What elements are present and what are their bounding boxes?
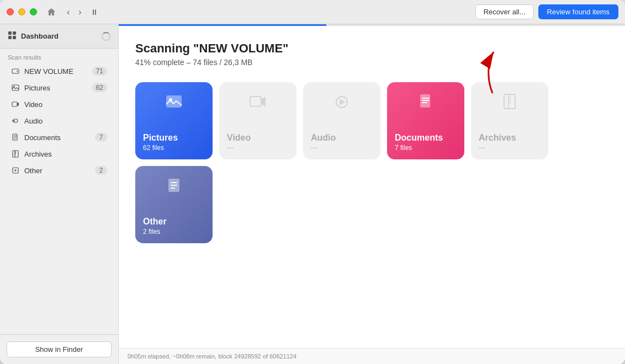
card-name-audio: Audio — [311, 132, 336, 143]
sidebar-item-new-volume[interactable]: NEW VOLUME 71 — [3, 63, 115, 79]
svg-rect-17 — [420, 94, 430, 108]
pictures-icon — [11, 83, 20, 92]
status-bar: 0h05m elapsed, ~0h08m remain, block 2492… — [119, 348, 625, 364]
main-layout: Dashboard Scan results NEW VOLUME 71 — [0, 24, 625, 364]
card-pictures[interactable]: Pictures 62 files — [135, 82, 213, 159]
sidebar-count-other: 2 — [95, 166, 107, 175]
documents-icon — [11, 133, 20, 142]
sidebar: Dashboard Scan results NEW VOLUME 71 — [0, 24, 119, 364]
sidebar-label-archives: Archives — [24, 150, 107, 158]
sidebar-label-pictures: Pictures — [24, 84, 92, 92]
scan-title: Scanning "NEW VOLUME" — [135, 41, 608, 56]
other-icon — [11, 166, 20, 175]
sidebar-item-documents[interactable]: Documents 7 — [3, 130, 115, 145]
review-found-button[interactable]: Review found items — [538, 4, 618, 19]
svg-rect-8 — [12, 102, 17, 106]
svg-rect-15 — [250, 97, 261, 106]
audio-card-icon — [333, 93, 351, 115]
traffic-lights — [7, 8, 37, 15]
app-window: ‹ › ⏸ Recover all... Review found items — [0, 0, 625, 364]
sidebar-count-pictures: 62 — [92, 83, 107, 92]
audio-icon — [11, 116, 20, 125]
maximize-button[interactable] — [30, 8, 37, 15]
svg-rect-4 — [12, 69, 19, 73]
sidebar-item-other[interactable]: Other 2 — [3, 163, 115, 178]
archives-icon — [11, 149, 20, 158]
svg-rect-3 — [13, 36, 16, 39]
toolbar-right: Recover all... Review found items — [475, 4, 618, 19]
pictures-card-icon — [165, 93, 183, 115]
minimize-button[interactable] — [18, 8, 25, 15]
sidebar-count-documents: 7 — [95, 133, 107, 142]
scan-subtitle: 41% complete – 74 files / 26,3 MB — [135, 58, 608, 67]
card-name-pictures: Pictures — [143, 132, 178, 143]
sidebar-item-pictures[interactable]: Pictures 62 — [3, 80, 115, 95]
content-area: Scanning "NEW VOLUME" 41% complete – 74 … — [119, 26, 625, 348]
dashboard-icon — [8, 31, 17, 41]
titlebar: ‹ › ⏸ Recover all... Review found items — [0, 0, 625, 24]
sidebar-label-video: Video — [24, 100, 107, 109]
card-count-audio: — — [311, 144, 317, 152]
card-video[interactable]: Video — — [219, 82, 296, 159]
file-grid: Pictures 62 files Video — — [135, 82, 608, 243]
sidebar-item-archives[interactable]: Archives — [3, 146, 115, 162]
sidebar-label-audio: Audio — [24, 117, 107, 125]
dashboard-label: Dashboard — [21, 32, 102, 40]
card-count-pictures: 62 files — [143, 144, 164, 152]
card-documents[interactable]: Documents 7 files — [387, 82, 464, 159]
pause-button[interactable]: ⏸ — [87, 6, 102, 19]
svg-point-5 — [17, 71, 18, 72]
nav-buttons: ‹ › — [63, 5, 85, 19]
back-button[interactable]: ‹ — [63, 5, 73, 19]
card-name-archives: Archives — [479, 132, 516, 143]
card-name-video: Video — [227, 132, 251, 143]
close-button[interactable] — [7, 8, 14, 15]
svg-rect-2 — [8, 36, 12, 39]
hdd-icon — [11, 67, 20, 76]
card-audio[interactable]: Audio — — [303, 82, 380, 159]
loading-spinner — [102, 32, 110, 41]
dashboard-item[interactable]: Dashboard — [0, 24, 118, 49]
card-count-other: 2 files — [143, 228, 160, 235]
forward-button[interactable]: › — [75, 5, 84, 19]
card-count-documents: 7 files — [395, 144, 412, 152]
card-name-documents: Documents — [395, 132, 443, 143]
sidebar-label-other: Other — [24, 167, 95, 175]
status-text: 0h05m elapsed, ~0h08m remain, block 2492… — [128, 353, 296, 360]
video-icon — [11, 100, 20, 109]
card-other[interactable]: Other 2 files — [135, 166, 213, 243]
card-name-other: Other — [143, 216, 167, 227]
svg-rect-0 — [8, 31, 12, 35]
archives-card-icon — [501, 93, 518, 114]
home-button[interactable] — [44, 4, 59, 20]
main-content: Scanning "NEW VOLUME" 41% complete – 74 … — [119, 24, 625, 364]
card-count-archives: — — [479, 144, 485, 152]
video-card-icon — [249, 93, 267, 115]
sidebar-item-audio[interactable]: Audio — [3, 113, 115, 129]
sidebar-count-new-volume: 71 — [92, 67, 107, 76]
other-card-icon — [166, 177, 182, 197]
sidebar-label-documents: Documents — [24, 133, 95, 142]
documents-card-icon — [417, 93, 434, 114]
sidebar-item-video[interactable]: Video — [3, 97, 115, 112]
card-archives[interactable]: Archives — — [471, 82, 548, 159]
show-in-finder-button[interactable]: Show in Finder — [7, 341, 112, 357]
scan-results-header: Scan results — [0, 49, 118, 63]
card-count-video: — — [227, 144, 234, 152]
sidebar-label-new-volume: NEW VOLUME — [24, 67, 92, 76]
recover-all-button[interactable]: Recover all... — [475, 4, 534, 19]
sidebar-footer: Show in Finder — [0, 334, 118, 364]
svg-rect-1 — [13, 31, 16, 35]
